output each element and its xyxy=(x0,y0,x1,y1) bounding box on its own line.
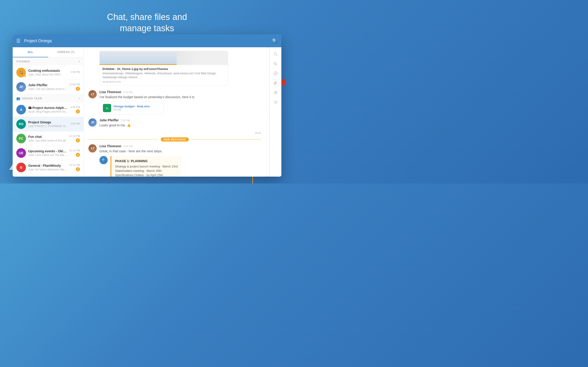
conv-preview: Julie: Let's check out The Barn some... xyxy=(28,153,67,157)
divider-line xyxy=(191,139,261,140)
planning-icon: 🔍 xyxy=(99,156,108,164)
settings-icon[interactable] xyxy=(271,98,280,106)
starred-section-header: STARRED ▾ xyxy=(13,58,84,65)
conv-name: Project Omega xyxy=(28,120,69,124)
avatar: LT xyxy=(88,90,97,98)
avatar: FC xyxy=(16,134,26,143)
tab-unread[interactable]: UNREAD (7) xyxy=(48,47,84,57)
hamburger-icon[interactable]: ☰ xyxy=(16,38,20,44)
list-item[interactable]: 🍳 ★ Cooking enthusiasts Julie: How about… xyxy=(13,65,84,80)
msg-content: Lisa Thomson 2:51 PM I've finalized the … xyxy=(99,90,261,115)
chat-area: Dribbble - 01_Home-1.jpg by enFusionThem… xyxy=(84,47,266,177)
avatar: 🍳 ★ xyxy=(16,68,26,77)
conv-time: 12:08 PM xyxy=(69,83,80,86)
design-team-label: DESIGN TEAM xyxy=(22,97,78,100)
conv-time: 2:55 PM xyxy=(70,122,80,125)
link-card-url: uk.pinterest.com xyxy=(103,80,225,83)
planning-item: Strategy & project launch meeting - Marc… xyxy=(115,165,178,168)
starred-label: STARRED xyxy=(16,60,78,63)
conv-time: 12:14 PM xyxy=(69,135,80,137)
sidebar: ALL UNREAD (7) STARRED ▾ 🍳 ★ Cook xyxy=(13,47,84,177)
msg-text: Looks good to me. 👍 xyxy=(99,123,261,128)
conv-time: 2:49 PM xyxy=(70,71,80,73)
conv-preview: Julie: for future reference https://car.… xyxy=(28,168,67,171)
avatar: UE xyxy=(16,148,26,158)
file-attachment[interactable]: XL Omega budget - final.xlsx 10 KB xyxy=(99,101,164,115)
hero-headline: Chat, share files and manage tasks xyxy=(0,11,294,34)
unread-badge: 1 xyxy=(76,109,80,114)
svg-point-22 xyxy=(275,102,276,103)
check-circle-icon[interactable] xyxy=(271,69,280,77)
chevron-down-icon[interactable]: ▾ xyxy=(78,60,80,63)
avatar: LT xyxy=(88,144,97,152)
avatar: JP xyxy=(88,118,97,127)
link-card-desc: #Hariswebdesign, #Webdesigner, #Website,… xyxy=(103,72,225,79)
conv-name: 🏔 Project Aurora #alpha #NYC xyxy=(28,106,69,110)
message-row: Dribbble - 01_Home-1.jpg by enFusionThem… xyxy=(88,51,261,86)
list-item[interactable]: A 🏔 Project Aurora #alpha #NYC Scott: Bl… xyxy=(13,102,84,117)
conv-time: 12:15 PM xyxy=(69,164,80,166)
planning-title: PHASE 1: PLANNING xyxy=(115,159,178,163)
chevron-down-icon[interactable]: ▾ xyxy=(78,97,80,100)
file-size: 10 KB xyxy=(113,108,150,111)
conv-preview: Julie: you want some of this.gif xyxy=(28,139,67,142)
conv-name: General · PlantWisely xyxy=(28,164,67,167)
design-team-section-header: 👥 DESIGN TEAM ▾ xyxy=(13,94,84,102)
unread-badge: 2 xyxy=(76,167,80,171)
avatar: JP xyxy=(16,82,26,92)
chat-messages: Dribbble - 01_Home-1.jpg by enFusionThem… xyxy=(84,47,266,177)
svg-text:XL: XL xyxy=(106,107,109,109)
users-icon[interactable] xyxy=(271,89,280,97)
conv-time: 3:00 PM xyxy=(70,106,80,108)
message-row: LT Lisa Thomson 2:51 PM I've finalized t… xyxy=(88,90,261,115)
tab-all[interactable]: ALL xyxy=(13,47,48,57)
link-card-title: Dribbble - 01_Home-1.jpg by enFusionThem… xyxy=(103,67,225,71)
avatar xyxy=(88,51,97,59)
search-alt-icon[interactable] xyxy=(271,60,280,68)
msg-time: 2:53 PM xyxy=(121,119,130,122)
excel-file-icon: XL xyxy=(103,104,111,112)
divider-line xyxy=(88,139,158,140)
star-icon: ★ xyxy=(24,75,26,78)
svg-point-18 xyxy=(275,63,276,64)
conv-preview: Lisa: PHASE 1: PLANNING Strategy & p... xyxy=(28,125,69,128)
new-messages-badge: NEW MESSAGES xyxy=(161,137,189,142)
top-bar: ☰ Project Omega 🔍 xyxy=(13,34,281,47)
unread-badge: 1 xyxy=(76,87,80,91)
planning-box: PHASE 1: PLANNING Strategy & project lau… xyxy=(111,156,181,177)
conversation-list: STARRED ▾ 🍳 ★ Cooking enthusiasts Julie:… xyxy=(13,58,84,177)
conv-preview: Julie: Can you please send me last w... xyxy=(28,87,67,91)
unread-badge: 2 xyxy=(76,153,80,157)
users-icon: 👥 xyxy=(16,97,20,100)
svg-line-15 xyxy=(276,55,277,56)
msg-sender: Lisa Thomson xyxy=(99,144,121,148)
conv-preview: Scott: Blog Pages and Roll Developme... xyxy=(28,110,69,113)
msg-sender: Julie Pfeiffer xyxy=(99,118,119,122)
list-item[interactable]: UE Upcoming events - Oklahoma Julie: Let… xyxy=(13,146,84,160)
paperclip-icon[interactable] xyxy=(271,79,280,87)
svg-line-17 xyxy=(276,65,277,66)
avatar: G xyxy=(16,163,26,172)
new-messages-divider: NEW MESSAGES xyxy=(88,137,261,142)
msg-time: 2:51 PM xyxy=(123,91,132,94)
msg-content: Dribbble - 01_Home-1.jpg by enFusionThem… xyxy=(99,51,261,86)
hero-line1: Chat, share files and xyxy=(107,12,187,22)
sidebar-tabs: ALL UNREAD (7) xyxy=(13,47,84,58)
svg-point-20 xyxy=(275,91,276,93)
search-icon[interactable]: 🔍 xyxy=(272,38,278,44)
conv-name: Cooking enthusiasts xyxy=(28,69,69,73)
list-item[interactable]: JP Julie Pfeiffer Julie: Can you please … xyxy=(13,80,84,94)
search-icon[interactable] xyxy=(271,50,280,58)
list-item[interactable]: FC Fun chat Julie: you want some of this… xyxy=(13,131,84,146)
avatar: PO xyxy=(16,119,26,129)
list-item[interactable]: PO Project Omega Lisa: PHASE 1: PLANNING… xyxy=(13,117,84,131)
planning-item: Specifications Outline - by April 15th xyxy=(115,173,178,177)
collapse-panel-handle[interactable]: ‹ xyxy=(266,47,269,177)
app-window: ☰ Project Omega 🔍 ALL UNREAD (7) STARRED… xyxy=(13,34,281,177)
list-item[interactable]: G General · PlantWisely Julie: for futur… xyxy=(13,160,84,175)
hero-line2: manage tasks xyxy=(120,23,174,33)
message-row: JP Julie Pfeiffer 2:53 PM Looks good to … xyxy=(88,118,261,128)
scott-label: Scott xyxy=(88,131,261,135)
file-name: Omega budget - final.xlsx xyxy=(113,105,150,108)
svg-point-19 xyxy=(274,72,277,75)
